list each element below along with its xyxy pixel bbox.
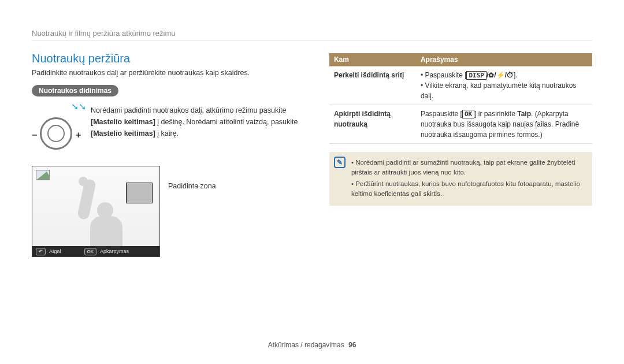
- note-box: ✎ Norėdami padidinti ar sumažinti nuotra…: [329, 152, 592, 206]
- dial-icon: [40, 117, 72, 150]
- ok-label: Apkarpymas: [100, 248, 129, 254]
- rotate-icon: ➘➘: [71, 101, 86, 112]
- section-title: Nuotraukų peržiūra: [32, 52, 306, 65]
- table-row: Apkirpti išdidintą nuotrauką Paspauskite…: [329, 105, 592, 144]
- right-column: Kam Aprašymas Perkelti išdidintą sritį P…: [329, 52, 592, 257]
- row1-key: Perkelti išdidintą sritį: [329, 66, 416, 105]
- thumbnail-icon: [36, 170, 50, 180]
- back-key-icon: ↶: [36, 248, 46, 255]
- page-number: 96: [348, 341, 356, 349]
- disp-button-icon: DISP: [466, 71, 486, 80]
- description-table: Kam Aprašymas Perkelti išdidintą sritį P…: [329, 53, 592, 144]
- preview-screen: ↶ Atgal OK Apkarpymas: [32, 166, 160, 257]
- dial-instruction: Norėdami padidinti nuotraukos dalį, atkū…: [91, 105, 306, 139]
- preview-toolbar: ↶ Atgal OK Apkarpymas: [32, 246, 159, 257]
- table-head-k: Kam: [329, 53, 416, 66]
- row2-value: Paspauskite [OK] ir pasirinkite Taip. (A…: [416, 105, 592, 144]
- zoom-region-box: [126, 183, 153, 203]
- note-item: Peržiūrint nuotraukas, kurios buvo nufot…: [351, 179, 585, 199]
- page-footer: Atkūrimas / redagavimas 96: [0, 341, 624, 349]
- row1-value: Paspauskite [DISP/✿/⚡/⏱]. Vilkite ekraną…: [416, 66, 592, 105]
- subheading-pill: Nuotraukos didinimas: [32, 85, 118, 96]
- minus-icon: −: [32, 130, 37, 140]
- breadcrumb: Nuotraukų ir filmų peržiūra atkūrimo rež…: [32, 29, 592, 40]
- back-label: Atgal: [49, 248, 61, 254]
- plus-icon: +: [76, 130, 81, 140]
- ok-button-icon: OK: [462, 110, 474, 118]
- zoom-region-label: Padidinta zona: [168, 182, 216, 190]
- left-column: Nuotraukų peržiūra Padidinkite nuotrauko…: [32, 52, 306, 257]
- row2-key: Apkirpti išdidintą nuotrauką: [329, 105, 416, 144]
- note-item: Norėdami padidinti ar sumažinti nuotrauk…: [351, 158, 585, 178]
- table-head-v: Aprašymas: [416, 53, 592, 66]
- intro-text: Padidinkite nuotraukos dalį ar peržiūrėk…: [32, 69, 306, 77]
- zoom-dial-illustration: ➘➘ − +: [32, 105, 84, 157]
- table-row: Perkelti išdidintą sritį Paspauskite [DI…: [329, 66, 592, 105]
- ok-key-icon: OK: [84, 248, 97, 255]
- note-icon: ✎: [334, 157, 346, 168]
- footer-path: Atkūrimas / redagavimas: [268, 341, 344, 349]
